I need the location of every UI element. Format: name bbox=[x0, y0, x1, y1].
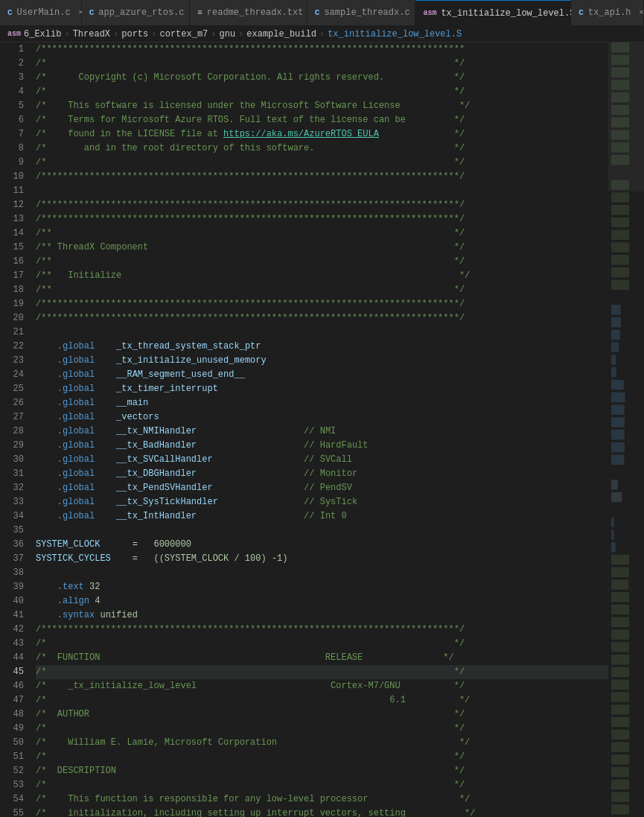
tab-app_azure_rtos[interactable]: Capp_azure_rtos.c× bbox=[82, 0, 191, 26]
code-line-52: /* DESCRIPTION */ bbox=[36, 764, 608, 778]
line-number-17: 17 bbox=[0, 269, 24, 283]
tab-close-tx_api[interactable]: × bbox=[636, 7, 644, 19]
code-line-20: /***************************************… bbox=[36, 311, 608, 325]
line-number-27: 27 bbox=[0, 410, 24, 425]
code-line-46: /* _tx_initialize_low_level Cortex-M7/GN… bbox=[36, 679, 608, 693]
breadcrumb-item-4: gnu bbox=[220, 29, 236, 39]
line-number-49: 49 bbox=[0, 722, 24, 736]
line-number-8: 8 bbox=[0, 142, 24, 156]
line-number-29: 29 bbox=[0, 439, 24, 453]
line-number-36: 36 bbox=[0, 538, 24, 552]
line-number-12: 12 bbox=[0, 198, 24, 212]
line-number-20: 20 bbox=[0, 311, 24, 325]
code-line-41: .syntax unified bbox=[36, 608, 608, 623]
code-line-23: .global _tx_initialize_unused_memory bbox=[36, 354, 608, 368]
line-number-15: 15 bbox=[0, 241, 24, 255]
breadcrumb-sep-5: › bbox=[319, 29, 325, 39]
code-line-15: /** ThreadX Component */ bbox=[36, 241, 608, 255]
tab-label-tx_api: tx_api.h bbox=[588, 7, 631, 18]
tab-readme_threadx[interactable]: ≡readme_threadx.txt× bbox=[190, 0, 307, 26]
minimap-canvas bbox=[608, 42, 644, 817]
line-number-16: 16 bbox=[0, 255, 24, 269]
code-line-24: .global __RAM_segment_used_end__ bbox=[36, 368, 608, 382]
code-line-38 bbox=[36, 566, 608, 580]
code-line-18: /** */ bbox=[36, 283, 608, 297]
tab-label-readme_threadx: readme_threadx.txt bbox=[207, 7, 304, 18]
code-line-48: /* AUTHOR */ bbox=[36, 708, 608, 722]
tab-label-UserMain: UserMain.c bbox=[17, 7, 71, 18]
tab-tx_initialize_low_level[interactable]: asmtx_initialize_low_level.S× bbox=[415, 0, 571, 26]
editor-root: CUserMain.c×Capp_azure_rtos.c×≡readme_th… bbox=[0, 0, 644, 817]
code-content: /***************************************… bbox=[30, 42, 608, 817]
line-number-9: 9 bbox=[0, 156, 24, 170]
line-number-6: 6 bbox=[0, 113, 24, 127]
code-line-54: /* This function is responsible for any … bbox=[36, 792, 608, 807]
code-line-25: .global _tx_timer_interrupt bbox=[36, 382, 608, 396]
tab-icon-readme_threadx: ≡ bbox=[197, 8, 203, 17]
tab-label-tx_initialize_low_level: tx_initialize_low_level.S bbox=[441, 8, 575, 19]
code-line-5: /* This software is licensed under the M… bbox=[36, 99, 608, 113]
breadcrumb-item-0: 6_Exlib bbox=[24, 29, 61, 39]
code-line-8: /* and in the root directory of this sof… bbox=[36, 142, 608, 156]
line-number-45: 45 bbox=[0, 665, 24, 679]
code-line-7: /* found in the LICENSE file at https://… bbox=[36, 127, 608, 142]
code-line-37: SYSTICK_CYCLES = ((SYSTEM_CLOCK / 100) -… bbox=[36, 552, 608, 566]
code-line-36: SYSTEM_CLOCK = 6000000 bbox=[36, 538, 608, 552]
tab-icon-app_azure_rtos: C bbox=[89, 8, 95, 17]
line-number-32: 32 bbox=[0, 481, 24, 495]
line-number-1: 1 bbox=[0, 42, 24, 57]
breadcrumb-file-icon: asm bbox=[7, 30, 21, 38]
breadcrumb-sep-1: › bbox=[113, 29, 118, 39]
line-numbers: 1234567891011121314151617181920212223242… bbox=[0, 42, 30, 817]
breadcrumb-filename: tx_initialize_low_level.S bbox=[328, 29, 462, 39]
line-number-50: 50 bbox=[0, 736, 24, 750]
line-number-42: 42 bbox=[0, 623, 24, 637]
editor-wrapper[interactable]: /***************************************… bbox=[30, 42, 608, 817]
code-line-50: /* William E. Lamie, Microsoft Corporati… bbox=[36, 736, 608, 750]
line-number-54: 54 bbox=[0, 792, 24, 807]
code-line-26: .global __main bbox=[36, 396, 608, 410]
code-line-34: .global __tx_IntHandler // Int 0 bbox=[36, 509, 608, 524]
breadcrumb-sep-2: › bbox=[151, 29, 156, 39]
code-line-14: /** */ bbox=[36, 226, 608, 241]
line-number-48: 48 bbox=[0, 708, 24, 722]
line-number-14: 14 bbox=[0, 226, 24, 241]
line-number-55: 55 bbox=[0, 807, 24, 817]
code-line-21 bbox=[36, 325, 608, 340]
tab-icon-tx_api: C bbox=[578, 8, 584, 17]
code-line-40: .align 4 bbox=[36, 594, 608, 608]
code-line-16: /** */ bbox=[36, 255, 608, 269]
tab-UserMain[interactable]: CUserMain.c× bbox=[0, 0, 82, 26]
code-line-43: /* */ bbox=[36, 637, 608, 651]
line-number-23: 23 bbox=[0, 354, 24, 368]
breadcrumb-item-5: example_build bbox=[246, 29, 316, 39]
tab-sample_threadx[interactable]: Csample_threadx.c× bbox=[307, 0, 416, 26]
tab-icon-tx_initialize_low_level: asm bbox=[423, 9, 436, 17]
code-line-47: /* 6.1 */ bbox=[36, 693, 608, 708]
line-number-38: 38 bbox=[0, 566, 24, 580]
tab-label-app_azure_rtos: app_azure_rtos.c bbox=[98, 7, 184, 18]
line-number-39: 39 bbox=[0, 580, 24, 594]
line-number-26: 26 bbox=[0, 396, 24, 410]
code-line-33: .global __tx_SysTickHandler // SysTick bbox=[36, 495, 608, 509]
line-number-4: 4 bbox=[0, 85, 24, 99]
line-number-34: 34 bbox=[0, 509, 24, 524]
breadcrumb: asm6_Exlib›ThreadX›ports›cortex_m7›gnu›e… bbox=[0, 26, 644, 42]
code-line-10: /***************************************… bbox=[36, 170, 608, 184]
code-line-17: /** Initialize */ bbox=[36, 269, 608, 283]
minimap bbox=[608, 42, 644, 817]
line-number-46: 46 bbox=[0, 679, 24, 693]
editor-container: 1234567891011121314151617181920212223242… bbox=[0, 42, 644, 817]
line-number-21: 21 bbox=[0, 325, 24, 340]
line-number-19: 19 bbox=[0, 297, 24, 311]
line-number-33: 33 bbox=[0, 495, 24, 509]
code-line-32: .global __tx_PendSVHandler // PendSV bbox=[36, 481, 608, 495]
code-line-35 bbox=[36, 524, 608, 538]
code-line-39: .text 32 bbox=[36, 580, 608, 594]
tab-tx_api[interactable]: Ctx_api.h× bbox=[571, 0, 644, 26]
line-number-40: 40 bbox=[0, 594, 24, 608]
line-number-31: 31 bbox=[0, 467, 24, 481]
breadcrumb-item-2: ports bbox=[121, 29, 148, 39]
tab-bar: CUserMain.c×Capp_azure_rtos.c×≡readme_th… bbox=[0, 0, 644, 26]
line-number-18: 18 bbox=[0, 283, 24, 297]
